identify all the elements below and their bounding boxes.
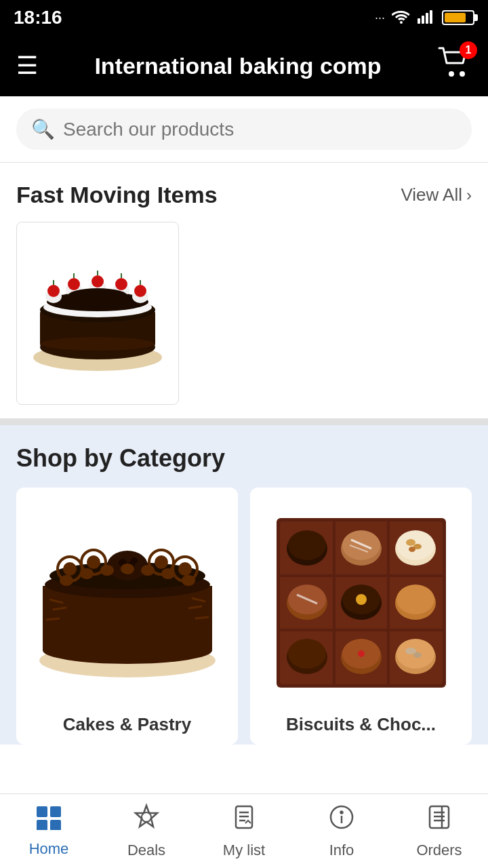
fast-items-scroll [16, 222, 472, 405]
search-bar[interactable]: 🔍 [16, 108, 472, 150]
view-all-label: View All [401, 184, 462, 205]
svg-line-51 [46, 618, 60, 620]
svg-point-106 [341, 812, 343, 814]
deals-icon [132, 803, 161, 837]
svg-line-52 [195, 617, 209, 618]
cakes-image [16, 488, 238, 705]
nav-home-label: Home [29, 840, 69, 858]
nav-deals-label: Deals [127, 842, 165, 859]
category-card-biscuits[interactable]: Biscuits & Choc... [250, 488, 472, 745]
fast-moving-header: Fast Moving Items View All › [16, 182, 472, 208]
svg-point-99 [142, 812, 151, 822]
svg-rect-95 [50, 806, 61, 817]
svg-point-56 [121, 564, 134, 574]
battery-icon [442, 10, 474, 25]
svg-rect-0 [418, 18, 420, 24]
nav-info[interactable]: Info [293, 794, 390, 868]
svg-rect-94 [37, 806, 47, 817]
status-icons: ··· [375, 9, 474, 27]
bottom-nav: Home Deals My list [0, 793, 488, 868]
svg-point-57 [141, 565, 155, 576]
orders-icon [426, 803, 453, 837]
svg-point-84 [396, 585, 434, 614]
cart-count-badge: 1 [460, 41, 477, 59]
svg-point-46 [131, 557, 138, 564]
nav-deals[interactable]: Deals [98, 794, 195, 868]
svg-point-93 [413, 652, 422, 658]
category-section-title: Shop by Category [16, 444, 472, 473]
svg-point-76 [409, 547, 415, 552]
nav-orders-label: Orders [416, 842, 462, 859]
svg-rect-97 [50, 820, 61, 830]
cakes-pastry-label: Cakes & Pastry [16, 705, 238, 745]
fast-moving-section: Fast Moving Items View All › [0, 163, 488, 418]
svg-point-35 [63, 562, 77, 576]
search-input[interactable] [63, 119, 457, 140]
signal-icon [418, 9, 435, 27]
svg-point-59 [182, 575, 195, 586]
svg-point-39 [87, 555, 100, 569]
nav-mylist[interactable]: My list [195, 794, 293, 868]
chevron-right-icon: › [466, 186, 472, 205]
svg-point-37 [178, 562, 192, 576]
svg-point-5 [460, 71, 465, 77]
app-title: International baking comp [38, 53, 438, 79]
nav-home[interactable]: Home [0, 794, 98, 868]
svg-rect-3 [430, 10, 432, 24]
svg-point-67 [288, 530, 326, 560]
svg-point-41 [155, 555, 168, 569]
nav-mylist-label: My list [223, 842, 265, 859]
cart-button[interactable]: 1 [438, 47, 472, 85]
svg-point-18 [47, 285, 60, 297]
svg-point-17 [67, 288, 128, 304]
section-divider [0, 418, 488, 425]
wifi-icon [392, 9, 411, 27]
category-card-cakes[interactable]: Cakes & Pastry [16, 488, 238, 745]
svg-point-82 [356, 594, 367, 605]
app-header: ☰ International baking comp 1 [0, 35, 488, 96]
search-icon: 🔍 [31, 118, 55, 140]
svg-marker-98 [136, 806, 157, 827]
shop-by-category-section: Shop by Category [0, 425, 488, 745]
biscuits-label: Biscuits & Choc... [250, 705, 472, 745]
black-forest-cake-image [26, 242, 169, 384]
svg-rect-96 [37, 820, 47, 830]
info-icon [328, 803, 355, 837]
svg-point-53 [60, 575, 73, 586]
category-grid: Cakes & Pastry [16, 488, 472, 745]
status-bar: 18:16 ··· [0, 0, 488, 35]
svg-point-28 [41, 337, 155, 351]
dots-icon: ··· [375, 11, 385, 25]
svg-point-22 [134, 285, 146, 297]
menu-button[interactable]: ☰ [16, 54, 38, 78]
svg-point-86 [288, 639, 326, 669]
svg-point-54 [80, 568, 94, 579]
home-icon [35, 804, 63, 836]
svg-point-21 [115, 278, 127, 290]
mylist-icon [230, 803, 258, 837]
nav-orders[interactable]: Orders [390, 794, 488, 868]
svg-rect-1 [422, 16, 424, 24]
svg-point-19 [68, 278, 80, 290]
svg-rect-2 [426, 13, 428, 24]
nav-info-label: Info [329, 842, 354, 859]
view-all-button[interactable]: View All › [401, 184, 472, 205]
fast-moving-title: Fast Moving Items [16, 182, 218, 208]
biscuits-image [250, 488, 472, 705]
svg-point-89 [358, 650, 365, 657]
svg-point-20 [92, 275, 104, 288]
status-time: 18:16 [14, 7, 62, 28]
svg-point-4 [449, 71, 454, 77]
fast-item-card[interactable] [16, 222, 179, 405]
svg-point-74 [406, 539, 415, 546]
svg-point-55 [100, 565, 114, 576]
svg-point-58 [161, 568, 175, 579]
search-container: 🔍 [0, 96, 488, 163]
